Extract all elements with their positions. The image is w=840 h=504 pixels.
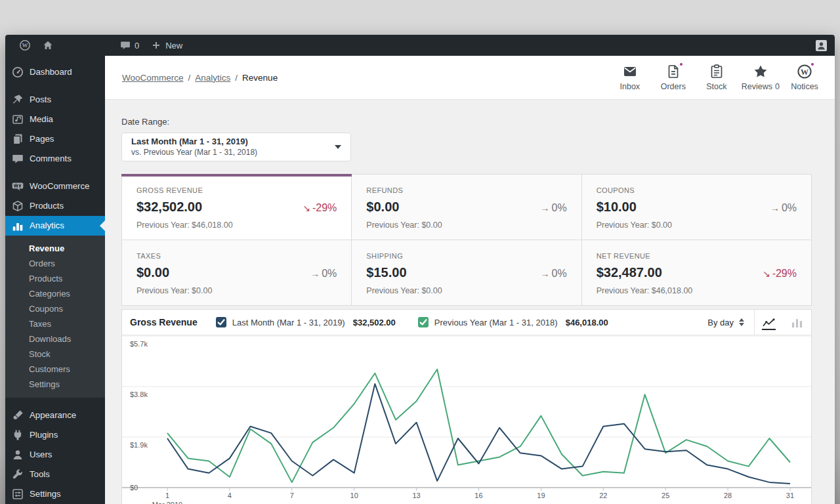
media-icon [12,114,24,125]
analytics-header: WooCommerce/Analytics/Revenue InboxOrder… [105,56,835,100]
tile-label: TAXES [136,252,337,260]
new-content-button[interactable]: New [145,35,188,56]
tile-value: $15.00 [366,265,406,280]
admin-bar-left: W 0 New [13,35,188,56]
legend-item-current-period[interactable]: Last Month (Mar 1 - 31, 2019)$32,502.00 [216,317,396,327]
summary-tile-shipping[interactable]: SHIPPING$15.00→0%Previous Year: $0.00 [352,240,581,306]
submenu-item-taxes[interactable]: Taxes [5,316,105,331]
sidebar-item-users[interactable]: Users [5,445,105,465]
revenue-line-chart[interactable]: $0$1.9k$3.8k$5.7k1471013161922252831Mar … [122,335,811,504]
admin-main: DashboardPostsMediaPagesCommentsWooComme… [5,56,835,504]
interval-select[interactable]: By day [698,310,754,335]
date-range-dropdown[interactable]: Last Month (Mar 1 - 31, 2019) vs. Previo… [121,133,351,161]
inbox-icon [622,64,638,79]
series-line [167,384,790,484]
visit-site-button[interactable] [37,35,59,56]
breadcrumb-revenue: Revenue [242,73,278,83]
activity-tab-stock[interactable]: Stock [697,61,736,94]
submenu-item-customers[interactable]: Customers [5,362,105,377]
wp-logo-menu[interactable]: W [13,35,37,56]
sidebar-item-plugins[interactable]: Plugins [5,425,105,445]
comments-count: 0 [135,41,139,51]
chart-header: Gross Revenue Last Month (Mar 1 - 31, 20… [122,310,811,335]
stock-icon [709,64,724,79]
user-avatar[interactable] [816,40,827,51]
sidebar-item-appearance[interactable]: Appearance [5,406,105,425]
summary-tile-net-revenue[interactable]: NET REVENUE$32,487.00↘-29%Previous Year:… [582,240,812,306]
sidebar-item-woocommerce[interactable]: WooCommerce [5,177,105,196]
sidebar-item-settings[interactable]: Settings [5,484,105,504]
sidebar-item-label: Appearance [30,410,76,421]
tile-label: COUPONS [597,186,797,194]
checkbox-checked-icon[interactable] [418,317,429,327]
sidebar-item-label: Posts [30,94,51,106]
tile-value: $32,502.00 [136,200,202,215]
breadcrumb-woocommerce[interactable]: WooCommerce [122,73,184,83]
summary-tiles: GROSS REVENUE$32,502.00↘-29%Previous Yea… [121,174,812,306]
tile-previous-period: Previous Year: $0.00 [366,220,566,230]
sidebar-item-label: Comments [30,153,72,165]
summary-tile-coupons[interactable]: COUPONS$10.00→0%Previous Year: $0.00 [582,175,812,240]
gross-revenue-chart-panel: Gross Revenue Last Month (Mar 1 - 31, 20… [121,309,812,504]
breadcrumb-separator: / [188,73,191,83]
submenu-item-revenue[interactable]: Revenue [5,241,105,256]
tools-icon [12,469,24,480]
summary-tile-gross-revenue[interactable]: GROSS REVENUE$32,502.00↘-29%Previous Yea… [122,175,352,240]
submenu-item-products[interactable]: Products [5,271,105,286]
svg-text:4: 4 [228,492,232,499]
tile-previous-period: Previous Year: $0.00 [366,286,566,295]
svg-text:31: 31 [786,492,794,499]
line-chart-icon [762,317,776,328]
comments-icon [12,153,24,165]
breadcrumb-analytics[interactable]: Analytics [195,73,230,83]
tile-delta: →0% [541,202,567,214]
svg-text:W: W [801,68,808,77]
wordpress-icon: W [797,64,812,79]
wp-admin-bar: W 0 New [5,35,835,56]
sidebar-item-label: Products [30,200,64,212]
activity-panel: InboxOrdersStockReviews0WNotices [610,61,824,94]
svg-text:1: 1 [165,492,169,499]
interval-label: By day [707,318,734,327]
appearance-icon [12,410,24,421]
sidebar-item-posts[interactable]: Posts [5,90,105,110]
activity-tab-orders[interactable]: Orders [654,61,693,94]
sidebar-item-dashboard[interactable]: Dashboard [5,62,105,82]
summary-tile-taxes[interactable]: TAXES$0.00→0%Previous Year: $0.00 [122,240,352,306]
bar-chart-icon [790,317,804,328]
legend-item-previous-period[interactable]: Previous Year (Mar 1 - 31, 2018)$46,018.… [418,317,608,327]
submenu-item-settings[interactable]: Settings [5,377,105,392]
sidebar-item-products[interactable]: Products [5,196,105,216]
svg-text:25: 25 [662,492,669,499]
submenu-item-categories[interactable]: Categories [5,286,105,301]
activity-tab-notices[interactable]: WNotices [785,61,824,94]
tile-value: $0.00 [136,265,169,280]
line-chart-toggle-button[interactable] [755,310,783,335]
svg-text:22: 22 [599,492,607,499]
dashboard-icon [12,66,24,78]
submenu-item-coupons[interactable]: Coupons [5,301,105,316]
comments-shortcut[interactable]: 0 [114,35,145,56]
svg-text:13: 13 [412,492,420,499]
submenu-item-orders[interactable]: Orders [5,256,105,271]
tile-delta: →0% [541,268,567,280]
chart-controls: By day [698,310,811,335]
sidebar-item-media[interactable]: Media [5,110,105,129]
sidebar-item-label: WooCommerce [30,180,89,192]
sidebar-item-analytics[interactable]: Analytics [5,216,105,236]
sidebar-item-comments[interactable]: Comments [5,149,105,169]
summary-tile-refunds[interactable]: REFUNDS$0.00→0%Previous Year: $0.00 [352,175,581,240]
activity-tab-reviews[interactable]: Reviews0 [740,61,781,94]
submenu-item-stock[interactable]: Stock [5,346,105,362]
activity-tab-inbox[interactable]: Inbox [610,61,650,94]
comment-bubble-icon [120,40,131,51]
sidebar-item-label: Analytics [30,220,64,232]
sidebar-item-pages[interactable]: Pages [5,129,105,149]
sidebar-item-tools[interactable]: Tools [5,465,105,484]
submenu-item-downloads[interactable]: Downloads [5,331,105,346]
date-range-label: Date Range: [121,117,812,127]
orders-icon [665,64,681,79]
checkbox-checked-icon[interactable] [216,317,226,327]
activity-tab-label: Orders [661,82,686,91]
bar-chart-toggle-button[interactable] [783,310,811,335]
